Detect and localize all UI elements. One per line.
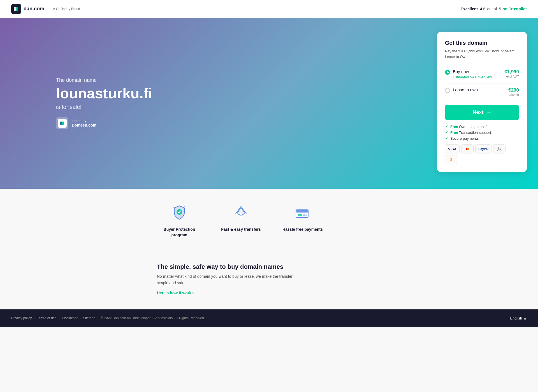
- privacy-policy-link[interactable]: Privacy policy: [11, 316, 32, 320]
- buy-now-label: Buy now: [453, 69, 492, 74]
- hero-forsale: is for sale!: [56, 104, 420, 110]
- card-title: Get this domain: [445, 40, 519, 46]
- trustpilot-number: 4.6: [480, 7, 485, 11]
- benefit-item-1: ✓ Free Ownership transfer: [445, 125, 519, 129]
- lease-option[interactable]: Lease to own €200 /month: [445, 83, 519, 100]
- hero-content: The domain name lounasturku.fi is for sa…: [56, 77, 420, 129]
- listed-logo-icon: [58, 119, 67, 128]
- trustpilot-brand: Trustpilot: [509, 7, 527, 11]
- benefits-list: ✓ Free Ownership transfer ✓ Free Transac…: [445, 125, 519, 141]
- feature-buyer-protection-label: Buyer Protection program: [157, 227, 202, 238]
- svg-rect-12: [303, 214, 305, 216]
- plane-icon: [231, 203, 251, 222]
- feature-fast-transfer-label: Fast & easy transfers: [219, 227, 263, 232]
- trustpilot-score-label: Excellent 4.6: [461, 7, 486, 11]
- language-label: English: [510, 316, 522, 320]
- svg-text:✦: ✦: [184, 206, 185, 207]
- paypal-icon: PayPal: [475, 144, 491, 153]
- lease-price: €200: [508, 87, 519, 93]
- benefit-item-2: ✓ Free Transaction support: [445, 130, 519, 135]
- godaddy-brand: A GoDaddy Brand: [49, 7, 80, 11]
- check-icon-3: ✓: [445, 136, 448, 141]
- svg-text:✦: ✦: [307, 208, 309, 210]
- dan-logo[interactable]: dan.com: [11, 4, 44, 14]
- logo-icon: [11, 4, 21, 14]
- how-link-arrow-icon: →: [195, 291, 199, 295]
- vat-overview-link[interactable]: Estimated VAT overview: [453, 75, 492, 79]
- logo-text: dan.com: [24, 6, 44, 12]
- next-button[interactable]: Next →: [445, 105, 519, 120]
- svg-rect-3: [62, 122, 64, 125]
- escrow-icon: [493, 144, 505, 153]
- shield-icon: ✦ ✦: [170, 203, 189, 222]
- footer-copyright: © 2022 Dan.com an Undeveloped BV subsidi…: [101, 316, 205, 320]
- listed-by-label: Listed by: [72, 119, 96, 123]
- check-icon-2: ✓: [445, 130, 448, 135]
- disclaimer-link[interactable]: Disclaimer: [62, 316, 78, 320]
- lease-price-note: /month: [508, 93, 519, 96]
- language-selector[interactable]: English ▲: [510, 316, 527, 320]
- buy-now-price-group: €1,999 excl. VAT: [504, 69, 519, 78]
- next-arrow-icon: →: [486, 109, 491, 116]
- info-description: No matter what kind of domain you want t…: [157, 273, 303, 286]
- header: dan.com A GoDaddy Brand Excellent 4.6 ou…: [0, 0, 538, 18]
- svg-rect-1: [16, 7, 18, 11]
- listed-by-name: Domeen.com: [72, 123, 96, 127]
- feature-buyer-protection: ✦ ✦ Buyer Protection program: [157, 203, 202, 238]
- hero-subtitle: The domain name: [56, 77, 420, 83]
- how-it-works-link[interactable]: Here's how it works →: [157, 291, 199, 295]
- hero-domain: lounasturku.fi: [56, 85, 420, 101]
- listed-logo: [56, 117, 68, 129]
- svg-rect-13: [305, 214, 307, 216]
- trustpilot-badge: Excellent 4.6 out of 5 ★ Trustpilot: [461, 6, 527, 12]
- hero-section: The domain name lounasturku.fi is for sa…: [0, 18, 538, 189]
- card-description: Pay the full €1,999 excl. VAT now, or se…: [445, 48, 519, 59]
- feature-payments-label: Hassle free payments: [280, 227, 325, 232]
- feature-fast-transfer: Fast & easy transfers: [219, 203, 263, 238]
- check-icon-1: ✓: [445, 125, 448, 129]
- terms-of-use-link[interactable]: Terms of use: [37, 316, 57, 320]
- lease-radio[interactable]: [445, 88, 450, 93]
- bitcoin-icon: ₿: [445, 155, 457, 164]
- feature-payments: ✦ ✦ Hassle free payments: [280, 203, 325, 238]
- svg-text:✦: ✦: [173, 206, 175, 209]
- how-it-works-label: Here's how it works: [157, 291, 194, 295]
- lease-price-group: €200 /month: [508, 87, 519, 96]
- buy-now-radio[interactable]: [445, 70, 450, 75]
- svg-point-4: [498, 147, 500, 149]
- svg-text:✦: ✦: [308, 211, 309, 212]
- next-button-label: Next: [472, 109, 483, 115]
- buy-now-price: €1,999: [504, 69, 519, 75]
- payment-icons: VISA ●● PayPal ₿: [445, 144, 519, 164]
- buy-now-price-note: excl. VAT: [504, 75, 519, 78]
- svg-rect-11: [298, 214, 302, 216]
- info-title: The simple, safe way to buy domain names: [157, 263, 303, 270]
- benefit-item-3: ✓ Secure payments: [445, 136, 519, 141]
- language-chevron-icon: ▲: [523, 316, 527, 320]
- visa-icon: VISA: [445, 144, 460, 153]
- listed-text: Listed by Domeen.com: [72, 119, 96, 127]
- card-icon: ✦ ✦: [293, 203, 312, 222]
- hero-listed-by: Listed by Domeen.com: [56, 117, 420, 129]
- footer-links: Privacy policy · Terms of use · Disclaim…: [11, 316, 98, 320]
- info-section: The simple, safe way to buy domain names…: [157, 263, 303, 295]
- features-row: ✦ ✦ Buyer Protection program Fast & e: [157, 203, 426, 249]
- main-content: ✦ ✦ Buyer Protection program Fast & e: [101, 189, 437, 309]
- trustpilot-out-of: out of 5: [487, 7, 501, 11]
- buy-now-option[interactable]: Buy now Estimated VAT overview €1,999 ex…: [445, 65, 519, 83]
- lease-label: Lease to own: [453, 87, 478, 92]
- footer: Privacy policy · Terms of use · Disclaim…: [0, 309, 538, 327]
- header-logo-group: dan.com A GoDaddy Brand: [11, 4, 80, 14]
- purchase-card: Get this domain Pay the full €1,999 excl…: [437, 32, 527, 172]
- mastercard-icon: ●●: [461, 144, 474, 153]
- trustpilot-star-icon: ★: [503, 6, 507, 12]
- sitemap-link[interactable]: Sitemap: [83, 316, 95, 320]
- svg-rect-10: [296, 210, 308, 213]
